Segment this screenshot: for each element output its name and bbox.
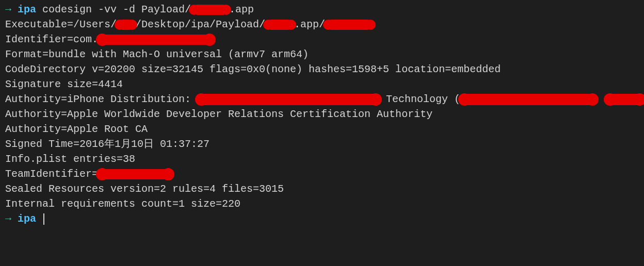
output-identifier: Identifier=com.	[5, 32, 639, 47]
prompt-dir: ipa	[18, 4, 36, 15]
prompt-line[interactable]: → ipa	[5, 211, 639, 226]
output-team-identifier: TeamIdentifier=	[5, 167, 639, 181]
command-line: → ipa codesign -vv -d Payload/.app	[5, 2, 639, 17]
output-internal: Internal requirements count=1 size=220	[5, 196, 639, 211]
output-authority-2: Authority=Apple Worldwide Developer Rela…	[5, 107, 639, 122]
cursor	[43, 213, 44, 225]
auth1-prefix: Authority=iPhone Distribution:	[5, 93, 197, 105]
redaction	[99, 169, 171, 179]
redaction	[99, 35, 213, 45]
command-suffix: .app	[229, 4, 254, 15]
output-code-directory: CodeDirectory v=20200 size=32145 flags=0…	[5, 62, 639, 77]
prompt-arrow: →	[5, 213, 11, 225]
redaction	[326, 20, 373, 30]
output-executable: Executable=/Users//Desktop/ipa/Payload/.…	[5, 17, 639, 32]
redaction	[192, 5, 228, 15]
output-sealed: Sealed Resources version=2 rules=4 files…	[5, 181, 639, 196]
redaction	[461, 94, 595, 105]
output-authority-1: Authority=iPhone Distribution: Technolog…	[5, 92, 639, 107]
output-sig-size: Signature size=4414	[5, 77, 639, 92]
redaction	[118, 20, 134, 30]
output-format: Format=bundle with Mach-O universal (arm…	[5, 47, 639, 62]
prompt-arrow: →	[5, 4, 11, 15]
command-text: codesign -vv -d Payload/	[42, 4, 191, 15]
prompt-dir: ipa	[18, 213, 36, 225]
exec-prefix: Executable=/Users/	[5, 19, 117, 30]
auth1-mid: Technology (	[380, 93, 460, 105]
identifier-prefix: Identifier=com.	[5, 34, 98, 45]
output-signed-time: Signed Time=2016年1月10日 01:37:27	[5, 137, 639, 152]
output-info-plist: Info.plist entries=38	[5, 152, 639, 167]
output-authority-3: Authority=Apple Root CA	[5, 122, 639, 137]
redaction	[266, 20, 293, 30]
redaction	[198, 94, 379, 105]
exec-mid1: /Desktop/ipa/Payload/	[135, 19, 265, 30]
redaction	[607, 94, 643, 105]
team-id-prefix: TeamIdentifier=	[5, 168, 98, 180]
exec-mid2: .app/	[294, 19, 325, 30]
